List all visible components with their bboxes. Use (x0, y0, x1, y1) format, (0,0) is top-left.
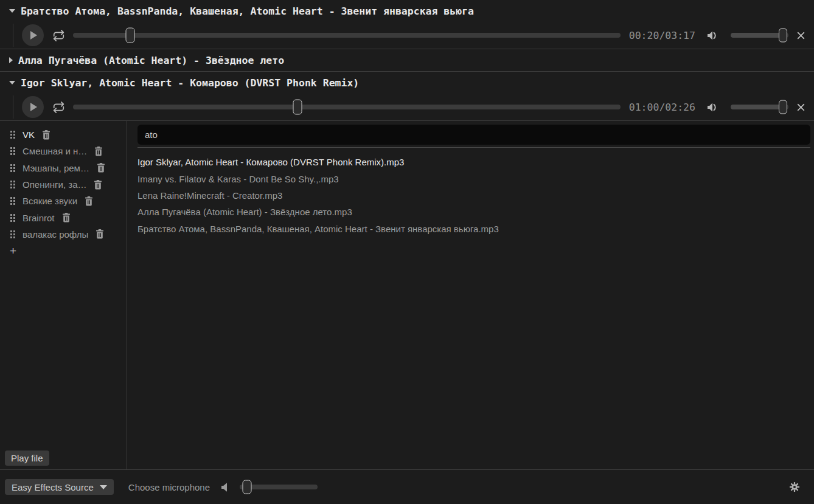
search-underline (137, 147, 810, 148)
microphone-placeholder: Choose microphone (128, 482, 210, 492)
time-display: 00:20/03:17 (629, 30, 695, 41)
play-button[interactable] (22, 24, 44, 46)
sidebar-tab-vk[interactable]: VK (10, 126, 127, 143)
sidebar-tab-smeshnaya[interactable]: Смешная и н… (10, 143, 127, 159)
bottom-bar: Easy Effects Source Choose microphone (0, 470, 814, 504)
mic-volume-slider[interactable] (240, 480, 318, 494)
file-panel: Igor Sklyar, Atomic Heart - Комарово (DV… (127, 121, 814, 469)
file-row[interactable]: Алла Пугачёва (Atomic Heart) - Звёздное … (137, 204, 810, 220)
tab-label: Brainrot (23, 213, 55, 223)
expander-down-icon[interactable] (9, 81, 15, 85)
player-3-title: Igor Sklyar, Atomic Heart - Комарово (DV… (21, 77, 359, 89)
drag-handle-icon[interactable] (10, 230, 12, 232)
file-row[interactable]: Imany vs. Filatov & Karas - Dont Be So S… (137, 170, 810, 187)
chevron-down-icon (100, 485, 107, 489)
drag-handle-icon[interactable] (10, 214, 12, 216)
repeat-icon[interactable] (52, 102, 65, 113)
tab-label: валакас рофлы (23, 229, 88, 240)
drag-handle-icon[interactable] (10, 164, 12, 166)
tab-label: Смешная и н… (23, 146, 87, 156)
repeat-icon[interactable] (52, 30, 65, 41)
settings-button[interactable] (789, 482, 800, 492)
player-3: Igor Sklyar, Atomic Heart - Комарово (DV… (0, 72, 814, 120)
volume-slider[interactable] (731, 100, 788, 114)
sidebar-tab-brainrot[interactable]: Brainrot (10, 209, 127, 226)
search-input[interactable] (137, 125, 810, 145)
player-2-header[interactable]: Алла Пугачёва (Atomic Heart) - Звёздное … (0, 49, 814, 71)
seek-handle[interactable] (126, 28, 135, 43)
player-3-header[interactable]: Igor Sklyar, Atomic Heart - Комарово (DV… (0, 72, 814, 94)
main-area: VK Смешная и н… (0, 121, 814, 469)
sidebar-tab-openingi[interactable]: Опенинги, за… (10, 176, 127, 193)
volume-handle[interactable] (779, 29, 787, 43)
close-icon[interactable] (796, 31, 805, 40)
sidebar-tab-valakas-rofly[interactable]: валакас рофлы (10, 226, 127, 243)
app-window: Братство Атома, BassnPanda, Квашеная, At… (0, 0, 814, 504)
trash-icon[interactable] (42, 130, 50, 140)
player-1-header[interactable]: Братство Атома, BassnPanda, Квашеная, At… (0, 0, 814, 22)
drag-handle-icon[interactable] (10, 147, 12, 149)
trash-icon[interactable] (94, 180, 102, 190)
add-playlist-button[interactable]: + (10, 244, 22, 258)
play-button[interactable] (22, 96, 44, 118)
sidebar-tab-vsyakie-zvuki[interactable]: Всякие звуки (10, 193, 127, 209)
trash-icon[interactable] (62, 213, 71, 223)
time-display: 01:00/02:26 (629, 102, 695, 113)
player-2: Алла Пугачёва (Atomic Heart) - Звёздное … (0, 49, 814, 71)
volume-fill (731, 33, 783, 38)
file-list: Igor Sklyar, Atomic Heart - Комарово (DV… (137, 154, 810, 237)
file-row[interactable]: Братство Атома, BassnPanda, Квашеная, At… (137, 221, 810, 237)
expander-right-icon[interactable] (9, 57, 13, 63)
seek-slider[interactable] (73, 100, 621, 114)
player-1-controls: 00:20/03:17 (0, 22, 814, 49)
tab-label: Мэшапы, рем… (23, 163, 89, 173)
seek-handle[interactable] (293, 100, 302, 115)
play-file-button[interactable]: Play file (5, 450, 49, 466)
tab-label: Всякие звуки (23, 196, 77, 206)
playlist-sidebar: VK Смешная и н… (0, 121, 127, 469)
file-row[interactable]: Igor Sklyar, Atomic Heart - Комарово (DV… (137, 154, 810, 170)
seek-track (73, 33, 621, 38)
trash-icon[interactable] (94, 147, 103, 156)
tab-label: VK (23, 129, 35, 140)
player-1: Братство Атома, BassnPanda, Квашеная, At… (0, 0, 814, 49)
volume-slider[interactable] (731, 28, 788, 43)
player-2-title: Алла Пугачёва (Atomic Heart) - Звёздное … (18, 55, 284, 66)
drag-handle-icon[interactable] (10, 197, 12, 199)
volume-fill (731, 105, 783, 109)
drag-handle-icon[interactable] (10, 181, 12, 182)
speaker-muted-icon[interactable] (220, 482, 229, 492)
drag-handle-icon[interactable] (10, 131, 12, 133)
source-select[interactable]: Easy Effects Source (5, 479, 114, 495)
speaker-icon[interactable] (706, 30, 718, 41)
file-row[interactable]: Lena Raine!Minecraft - Creator.mp3 (137, 187, 810, 204)
seek-slider[interactable] (73, 28, 621, 43)
source-select-label: Easy Effects Source (12, 482, 94, 492)
volume-handle[interactable] (779, 100, 787, 114)
trash-icon[interactable] (96, 229, 104, 239)
sidebar-tab-meshapy[interactable]: Мэшапы, рем… (10, 160, 127, 176)
gear-icon (789, 482, 800, 492)
expander-down-icon[interactable] (9, 9, 15, 13)
speaker-icon[interactable] (706, 102, 718, 112)
player-3-controls: 01:00/02:26 (0, 94, 814, 120)
tab-label: Опенинги, за… (23, 179, 86, 190)
mic-volume-track (240, 485, 318, 489)
mic-volume-handle[interactable] (242, 480, 251, 494)
seek-track (73, 105, 621, 109)
play-icon (30, 31, 37, 40)
trash-icon[interactable] (97, 163, 105, 173)
play-icon (30, 103, 37, 111)
close-icon[interactable] (796, 103, 805, 112)
player-1-title: Братство Атома, BassnPanda, Квашеная, At… (21, 5, 474, 17)
trash-icon[interactable] (85, 196, 93, 206)
